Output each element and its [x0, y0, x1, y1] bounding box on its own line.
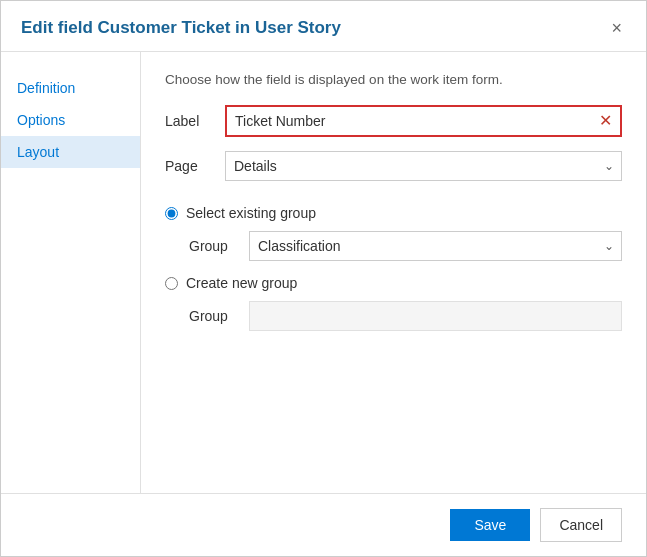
sidebar-item-definition[interactable]: Definition	[1, 72, 140, 104]
group-row: Group Classification ⌄	[189, 231, 622, 261]
label-row: Label ✕	[165, 105, 622, 137]
existing-group-label[interactable]: Select existing group	[186, 205, 316, 221]
cancel-button[interactable]: Cancel	[540, 508, 622, 542]
group-field-label: Group	[189, 238, 249, 254]
edit-field-dialog: Edit field Customer Ticket in User Story…	[0, 0, 647, 557]
group-select[interactable]: Classification	[249, 231, 622, 261]
sidebar: Definition Options Layout	[1, 52, 141, 493]
label-input[interactable]	[227, 107, 591, 135]
label-clear-button[interactable]: ✕	[591, 113, 620, 129]
existing-group-radio[interactable]	[165, 207, 178, 220]
content-description: Choose how the field is displayed on the…	[165, 72, 622, 87]
existing-group-radio-row: Select existing group	[165, 205, 622, 221]
dialog-footer: Save Cancel	[1, 493, 646, 556]
close-button[interactable]: ×	[607, 17, 626, 39]
label-input-wrapper: ✕	[225, 105, 622, 137]
new-group-input-row: Group	[189, 301, 622, 331]
sidebar-item-layout[interactable]: Layout	[1, 136, 140, 168]
page-row: Page Details ⌄	[165, 151, 622, 181]
radio-section: Select existing group Group Classificati…	[165, 205, 622, 345]
page-select-wrapper: Details ⌄	[225, 151, 622, 181]
new-group-field-label: Group	[189, 308, 249, 324]
page-label: Page	[165, 158, 225, 174]
label-field-label: Label	[165, 113, 225, 129]
new-group-radio-row: Create new group	[165, 275, 622, 291]
page-select[interactable]: Details	[225, 151, 622, 181]
sidebar-item-options[interactable]: Options	[1, 104, 140, 136]
new-group-radio[interactable]	[165, 277, 178, 290]
save-button[interactable]: Save	[450, 509, 530, 541]
new-group-input	[249, 301, 622, 331]
dialog-title: Edit field Customer Ticket in User Story	[21, 18, 341, 38]
group-select-wrapper: Classification ⌄	[249, 231, 622, 261]
new-group-label[interactable]: Create new group	[186, 275, 297, 291]
dialog-header: Edit field Customer Ticket in User Story…	[1, 1, 646, 52]
dialog-body: Definition Options Layout Choose how the…	[1, 52, 646, 493]
main-content: Choose how the field is displayed on the…	[141, 52, 646, 493]
